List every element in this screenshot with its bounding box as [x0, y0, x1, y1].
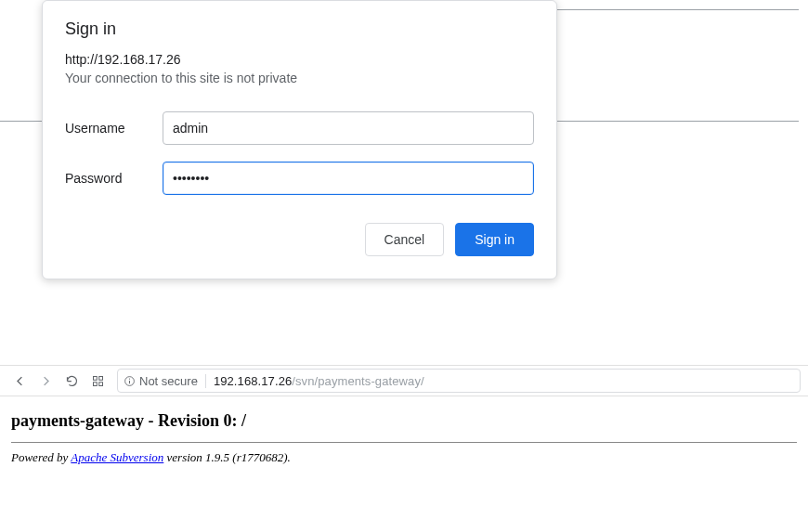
page-content: payments-gateway - Revision 0: / Powered…	[0, 396, 808, 465]
cancel-button[interactable]: Cancel	[365, 223, 445, 256]
chevron-right-icon	[39, 374, 53, 388]
url-path: /svn/payments-gateway/	[292, 374, 424, 388]
dialog-warning: Your connection to this site is not priv…	[65, 71, 534, 85]
info-icon	[124, 375, 136, 387]
address-bar[interactable]: Not secure 192.168.17.26/svn/payments-ga…	[117, 369, 801, 393]
forward-button[interactable]	[33, 369, 58, 393]
browser-toolbar: Not secure 192.168.17.26/svn/payments-ga…	[0, 365, 808, 396]
password-input[interactable]	[163, 162, 534, 195]
divider	[11, 442, 797, 443]
security-label: Not secure	[139, 374, 198, 388]
security-indicator[interactable]: Not secure	[124, 374, 206, 388]
username-label: Username	[65, 121, 163, 136]
dialog-actions: Cancel Sign in	[65, 223, 534, 256]
grid-icon	[91, 374, 105, 388]
back-button[interactable]	[7, 369, 32, 393]
browser-section: Not secure 192.168.17.26/svn/payments-ga…	[0, 365, 808, 465]
signin-button[interactable]: Sign in	[455, 223, 534, 256]
svg-rect-3	[98, 382, 102, 385]
username-input[interactable]	[163, 111, 534, 145]
dialog-title: Sign in	[65, 19, 534, 39]
username-row: Username	[65, 111, 534, 145]
password-row: Password	[65, 162, 534, 195]
page-footer: Powered by Apache Subversion version 1.9…	[11, 450, 797, 465]
svg-rect-1	[98, 376, 102, 380]
reload-icon	[65, 374, 79, 388]
footer-prefix: Powered by	[11, 450, 71, 464]
apache-subversion-link[interactable]: Apache Subversion	[71, 450, 163, 464]
apps-button[interactable]	[85, 369, 110, 393]
chevron-left-icon	[13, 374, 27, 388]
page-heading: payments-gateway - Revision 0: /	[11, 411, 797, 431]
password-label: Password	[65, 171, 163, 186]
url-host: 192.168.17.26	[214, 374, 292, 388]
svg-rect-2	[93, 382, 97, 385]
auth-dialog: Sign in http://192.168.17.26 Your connec…	[42, 0, 557, 279]
svg-point-6	[129, 378, 130, 379]
svg-rect-0	[93, 376, 97, 380]
reload-button[interactable]	[59, 369, 84, 393]
url-text: 192.168.17.26/svn/payments-gateway/	[206, 374, 424, 388]
footer-suffix: version 1.9.5 (r1770682).	[163, 450, 291, 464]
dialog-url: http://192.168.17.26	[65, 52, 534, 67]
